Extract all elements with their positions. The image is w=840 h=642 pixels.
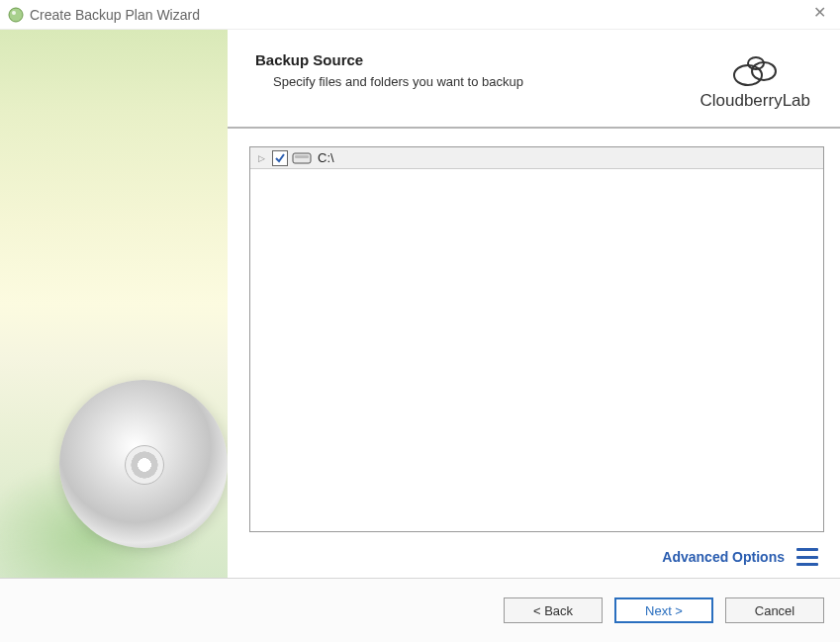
menu-icon[interactable]: [796, 548, 818, 566]
cancel-button[interactable]: Cancel: [725, 597, 824, 623]
svg-point-1: [12, 11, 16, 15]
titlebar: Create Backup Plan Wizard ✕: [0, 0, 840, 30]
main-panel: Backup Source Specify files and folders …: [228, 30, 840, 578]
wizard-sidebar: [0, 30, 228, 578]
drive-label: C:\: [318, 150, 334, 165]
advanced-row: Advanced Options: [228, 540, 840, 578]
wizard-footer: < Back Next > Cancel: [0, 578, 840, 642]
header-pane: Backup Source Specify files and folders …: [228, 30, 840, 129]
source-tree[interactable]: ▷ C:\: [249, 146, 824, 532]
drive-icon: [292, 151, 312, 165]
advanced-options-link[interactable]: Advanced Options: [662, 549, 785, 565]
back-button[interactable]: < Back: [504, 597, 603, 623]
expand-icon[interactable]: ▷: [258, 153, 268, 163]
next-button[interactable]: Next >: [614, 597, 713, 623]
page-title: Backup Source: [255, 51, 523, 68]
brand: CloudberryLab: [700, 51, 810, 111]
svg-point-0: [9, 8, 23, 22]
checkbox-drive-c[interactable]: [272, 150, 288, 166]
brand-label: CloudberryLab: [700, 91, 810, 111]
page-subtitle: Specify files and folders you want to ba…: [273, 74, 523, 89]
cloud-icon: [728, 51, 782, 89]
close-icon[interactable]: ✕: [810, 4, 828, 22]
window-title: Create Backup Plan Wizard: [30, 7, 200, 23]
body-area: Backup Source Specify files and folders …: [0, 30, 840, 578]
svg-rect-6: [295, 155, 309, 158]
decorative-disc: [59, 380, 228, 548]
tree-row-drive-c[interactable]: ▷ C:\: [250, 147, 823, 169]
app-icon: [8, 7, 24, 23]
